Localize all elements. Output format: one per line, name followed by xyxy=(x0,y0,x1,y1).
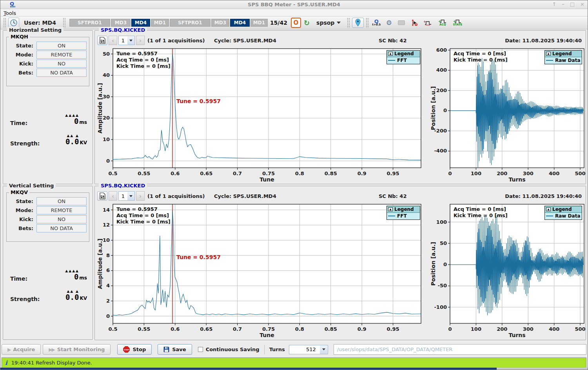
acquisition-index-dropdown[interactable]: 1 xyxy=(118,36,135,45)
raw-plot-vertical: 0100200300400500-100-50050100TurnsPositi… xyxy=(423,203,587,341)
acquisition-date: Date: 11.08.2025 19:40:40 xyxy=(505,193,582,199)
toolbar: User: MD4 SFTPRO1 MD3 MD4 MD1 SFTPRO1 MD… xyxy=(0,16,588,29)
cycle-button-md1-a[interactable]: MD1 xyxy=(151,19,169,27)
vertical-setting-panel: Vertical Setting MKQV State: ON Mode: RE… xyxy=(3,186,93,340)
q-tune-tool-button[interactable]: Q t+0.5 xyxy=(371,18,382,28)
acquisition-index-dropdown[interactable]: 1 xyxy=(118,191,135,201)
svg-text:40: 40 xyxy=(103,72,110,78)
save-path-field[interactable] xyxy=(334,344,586,355)
cycle-button-sftpro1-a[interactable]: SFTPRO1 xyxy=(69,19,110,27)
svg-text:Acq Time = 0 [ms]: Acq Time = 0 [ms] xyxy=(454,51,506,56)
raw-legend[interactable]: ▲Legend Raw Data xyxy=(544,50,582,64)
svg-text:300: 300 xyxy=(523,170,534,176)
location-pin-button[interactable] xyxy=(352,18,364,28)
stop-button[interactable]: STOP Stop xyxy=(117,344,152,355)
svg-text:4: 4 xyxy=(106,283,110,288)
strength-up-arrows[interactable]: ▲▲ ▲ xyxy=(54,134,79,137)
export-data-button[interactable] xyxy=(97,191,107,201)
fft-legend[interactable]: ▲Legend FFT xyxy=(387,206,420,220)
window-title: SPS BBQ Meter - SPS.USER.MD4 xyxy=(0,2,588,7)
refresh-button[interactable]: ↻ xyxy=(304,19,310,27)
export-data-button[interactable] xyxy=(97,36,107,45)
menu-tools[interactable]: Tools xyxy=(0,10,20,17)
time-up-arrows[interactable]: ▲▲▲▲ xyxy=(54,269,79,272)
save-button[interactable]: Save xyxy=(158,344,192,355)
svg-text:0.5: 0.5 xyxy=(108,170,117,176)
svg-text:Position [a.u.]: Position [a.u.] xyxy=(430,86,436,130)
chevron-down-icon xyxy=(129,195,132,197)
state-timing-button[interactable]: + STATE xyxy=(452,19,463,26)
svg-text:14: 14 xyxy=(103,207,110,213)
svg-text:-400: -400 xyxy=(434,148,447,154)
window-close-button[interactable]: × xyxy=(580,1,584,7)
svg-text:500: 500 xyxy=(575,170,585,176)
svg-text:8: 8 xyxy=(106,252,110,258)
legend-collapse-icon[interactable]: ▲ xyxy=(388,52,393,56)
marker-tool-button[interactable]: 0 xyxy=(408,18,419,28)
state-label: State: xyxy=(9,43,33,49)
user-label: User: MD4 xyxy=(24,20,56,26)
cycle-button-md1-b[interactable]: MD1 xyxy=(250,19,268,27)
svg-text:Amplitude [a.u.]: Amplitude [a.u.] xyxy=(97,239,103,289)
next-acquisition-button[interactable]: › xyxy=(136,36,145,45)
toolbar-grip4[interactable] xyxy=(366,18,369,28)
strength-value: 0.0 xyxy=(65,293,79,301)
svg-text:Kick Time = 0 [ms]: Kick Time = 0 [ms] xyxy=(116,219,171,225)
section-title: SPS.BQ.KICKED xyxy=(99,183,147,189)
raw-legend[interactable]: ▲Legend Raw Data xyxy=(544,206,582,220)
svg-text:10: 10 xyxy=(103,136,110,142)
cycle-button-md3-a[interactable]: MD3 xyxy=(111,19,131,27)
pls-stop-button[interactable]: O xyxy=(291,18,301,28)
svg-text:Kick Time = 0 [ms]: Kick Time = 0 [ms] xyxy=(454,57,508,63)
cycle-button-md4-a[interactable]: MD4 xyxy=(131,19,150,27)
acquisition-index-value: 1 xyxy=(119,36,127,45)
toolbar-grip2[interactable] xyxy=(63,18,66,28)
timing-clock-button[interactable] xyxy=(8,18,19,28)
continuous-saving-checkbox[interactable] xyxy=(198,347,203,352)
window-minimize-button[interactable]: – xyxy=(562,1,564,7)
kick-label: Kick: xyxy=(9,61,33,67)
prev-acquisition-button[interactable]: ‹ xyxy=(109,36,117,45)
legend-collapse-icon[interactable]: ▲ xyxy=(546,52,551,56)
legend-collapse-icon[interactable]: ▲ xyxy=(388,207,393,211)
time-up-arrows[interactable]: ▲▲▲▲ xyxy=(54,114,79,117)
strength-label: Strength: xyxy=(10,296,40,302)
window-maximize-button[interactable]: □ xyxy=(570,1,575,7)
vertical-setting-title: Vertical Setting xyxy=(7,183,56,189)
time-spinner: ▲▲▲▲ 0ms xyxy=(54,114,87,125)
cycle-button-md3-b[interactable]: MD3 xyxy=(211,19,229,27)
settings-gear-button[interactable]: ⚙ xyxy=(383,18,394,28)
sc-number: SC Nb: 42 xyxy=(379,193,407,199)
rbac-user-dropdown[interactable]: spsop xyxy=(313,18,344,27)
acquire-button[interactable]: ▶ Acquire xyxy=(2,344,41,355)
window-shade-button[interactable]: ↑ xyxy=(552,1,556,7)
start-monitoring-button[interactable]: ▶▶ Start Monitoring xyxy=(43,344,111,355)
svg-text:Kick Time = 0 [ms]: Kick Time = 0 [ms] xyxy=(454,212,508,218)
kick-timing-button[interactable]: + xyxy=(423,20,433,25)
cycle-button-md4-b[interactable]: MD4 xyxy=(230,19,250,27)
prev-acquisition-button[interactable]: ‹ xyxy=(109,191,117,201)
chevron-right-icon: › xyxy=(139,37,142,44)
turns-dropdown[interactable]: 512 xyxy=(289,345,328,354)
svg-text:Tune: Tune xyxy=(260,176,274,183)
legend-collapse-icon[interactable]: ▲ xyxy=(546,207,551,211)
toolbar-grip[interactable] xyxy=(3,18,6,28)
svg-text:0.95: 0.95 xyxy=(387,326,399,332)
map-pin-icon xyxy=(355,19,361,27)
turns-value: 512 xyxy=(289,345,320,354)
bets-label: Bets: xyxy=(9,225,33,231)
toolbar-grip3[interactable] xyxy=(347,18,350,28)
fft-legend[interactable]: ▲Legend FFT xyxy=(387,50,420,64)
next-acquisition-button[interactable]: › xyxy=(136,191,145,201)
mkqv-title: MKQV xyxy=(9,189,29,195)
mkqh-group: MKQH State: ON Mode: REMOTE Kick: NO Bet… xyxy=(6,37,89,86)
time-label: Time: xyxy=(10,276,27,282)
strength-spinner: ▲▲ ▲ 0.0KV xyxy=(54,134,87,146)
svg-text:500: 500 xyxy=(575,326,585,332)
svg-text:6: 6 xyxy=(106,267,110,273)
cycle-button-sftpro1-b[interactable]: SFTPRO1 xyxy=(170,19,211,27)
play-icon: ▶ xyxy=(7,347,10,352)
strength-up-arrows[interactable]: ▲▲ ▲ xyxy=(54,290,79,293)
acq-timing-button[interactable]: + ACQ xyxy=(437,19,448,26)
kick-value: NO xyxy=(36,215,87,223)
